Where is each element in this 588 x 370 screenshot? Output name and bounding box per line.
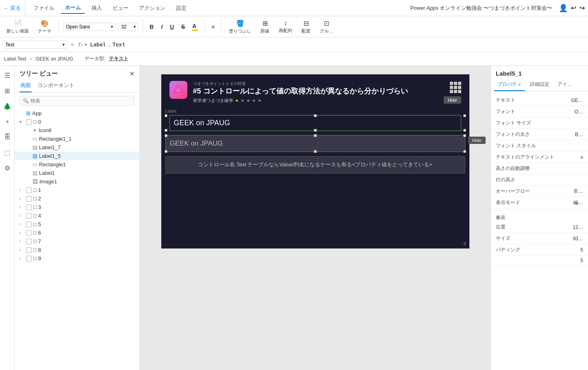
menu-action[interactable]: アクション	[135, 3, 169, 13]
prop-size-value[interactable]: 93…	[573, 236, 583, 242]
tree-item-label1-7[interactable]: ▤ Label1_7	[15, 143, 139, 152]
tree-item-screen-4[interactable]: › □ 4	[15, 211, 139, 220]
tree-item-screen-2[interactable]: › □ 2	[15, 194, 139, 203]
expand-icon-0[interactable]: ▾	[20, 120, 25, 124]
border-icon: ⊞	[263, 20, 268, 27]
checkbox-0[interactable]	[26, 119, 32, 125]
expand-icon-2[interactable]: ›	[20, 196, 25, 201]
checkbox-8[interactable]	[26, 247, 32, 253]
tree-item-rect1[interactable]: ▭ Rectangle1	[15, 160, 139, 169]
theme-button[interactable]: 🎨 テーマ	[35, 19, 54, 35]
hide-button-2[interactable]: Hide	[468, 137, 486, 144]
tree-close-button[interactable]: ✕	[129, 70, 135, 78]
tab-component[interactable]: コンポーネント	[37, 80, 75, 92]
prop-padding-1-value[interactable]: 5	[580, 247, 583, 253]
new-screen-button[interactable]: 📄 新しい画面	[3, 19, 32, 35]
expand-icon-6[interactable]: ›	[20, 231, 25, 235]
tree-item-screen-5[interactable]: › □ 5	[15, 220, 139, 229]
prop-overflow-value[interactable]: 非…	[573, 188, 583, 195]
tree-item-label1-5[interactable]: ▤ Label1_5	[15, 152, 139, 160]
expand-icon-9[interactable]: ›	[20, 256, 25, 261]
screen-5-label: 5	[38, 221, 136, 227]
plus-icon[interactable]: ＋	[1, 115, 13, 128]
menu-home[interactable]: ホーム	[61, 2, 85, 14]
tree-item-screen-6[interactable]: › □ 6	[15, 229, 139, 237]
tab-screen[interactable]: 画面	[20, 80, 32, 92]
fill-button[interactable]: 🪣 塗りつぶし	[226, 19, 254, 35]
expand-icon-1[interactable]: ›	[20, 188, 25, 192]
font-color-button[interactable]: A	[190, 21, 200, 33]
tree-item-icon6[interactable]: ✦ Icon6	[15, 126, 139, 135]
nav-back[interactable]: ← 戻る	[3, 4, 21, 12]
tab-advanced[interactable]: 詳細設定	[527, 79, 553, 91]
menu-file[interactable]: ファイル	[29, 3, 59, 13]
strikethrough-button[interactable]: S̶	[179, 22, 187, 32]
tree-item-screen-8[interactable]: › □ 8	[15, 246, 139, 254]
prop-font-weight-value[interactable]: B…	[575, 132, 583, 137]
border-button[interactable]: ⊞ 罫線	[257, 19, 273, 35]
tree-item-screen-9[interactable]: › □ 9	[15, 254, 139, 263]
group-button[interactable]: ⊡ グル…	[317, 19, 336, 35]
expand-icon-8[interactable]: ›	[20, 248, 25, 252]
menu-insert[interactable]: 挿入	[87, 3, 106, 13]
prop-position-value[interactable]: 12…	[573, 224, 583, 230]
back-arrow-icon[interactable]: ← 戻る	[3, 4, 21, 12]
user-icon[interactable]: 👤	[559, 4, 568, 13]
reorder-button[interactable]: ↕ 再配列	[276, 19, 295, 35]
slide-bottom-text: コントロール名.Text テーブルならValue/列名になるケースも有る<プロパ…	[165, 156, 465, 174]
hamburger-menu-icon[interactable]: ☰	[1, 69, 13, 81]
tab-properties[interactable]: プロパティ	[494, 79, 525, 91]
components-icon[interactable]: ⬚	[1, 146, 13, 159]
expand-icon-4[interactable]: ›	[20, 213, 25, 218]
settings-icon[interactable]: ⚙	[1, 162, 13, 174]
tree-item-screen-0[interactable]: ▾ □ 0	[15, 118, 139, 126]
tab-ai[interactable]: アイ…	[554, 79, 575, 91]
prop-padding-2-value[interactable]: 5	[580, 258, 583, 263]
prop-text-value[interactable]: GE…	[571, 98, 583, 103]
checkbox-2[interactable]	[26, 196, 32, 202]
italic-button[interactable]: I	[158, 22, 165, 32]
align2-button[interactable]: ⊟ 配置	[298, 19, 314, 35]
bold-button[interactable]: B	[147, 22, 156, 32]
fx-button[interactable]: f x ▾	[77, 41, 89, 48]
checkbox-6[interactable]	[26, 230, 32, 236]
checkbox-9[interactable]	[26, 256, 32, 261]
tree-item-app[interactable]: ⊞ App	[15, 109, 139, 118]
property-selector[interactable]: Text ▾	[2, 41, 67, 49]
screen-icon-3: □	[33, 204, 37, 210]
textinput-field[interactable]: GEEK on JPAUG	[165, 135, 465, 152]
expand-icon-3[interactable]: ›	[20, 205, 25, 209]
redo-icon[interactable]: ↪	[579, 4, 585, 12]
checkbox-4[interactable]	[26, 213, 32, 219]
font-size-selector[interactable]: 32 ▾	[118, 23, 139, 31]
checkbox-7[interactable]	[26, 239, 32, 244]
align-button[interactable]: ≡	[209, 22, 217, 32]
menu-view[interactable]: ビュー	[108, 3, 132, 13]
menu-settings[interactable]: 設定	[172, 3, 191, 13]
tree-view-icon[interactable]: 🌲	[1, 100, 13, 112]
database-icon[interactable]: 🗄	[1, 131, 13, 143]
checkbox-3[interactable]	[26, 205, 32, 210]
underline-button[interactable]: U	[167, 22, 176, 32]
expand-icon-7[interactable]: ›	[20, 239, 25, 244]
checkbox-1[interactable]	[26, 187, 32, 193]
font-selector[interactable]: Open Sans ▾	[63, 23, 116, 31]
tree-item-label1[interactable]: ▤ Label1	[15, 169, 139, 177]
hide-button-1[interactable]: Hide	[444, 96, 461, 104]
tree-item-screen-7[interactable]: › □ 7	[15, 237, 139, 246]
prop-text-align-value[interactable]: ≡	[580, 155, 583, 160]
prop-display-mode-value[interactable]: 編…	[573, 199, 583, 206]
prop-position: 位置 12…	[491, 222, 588, 233]
tree-item-rect1-1[interactable]: ▭ Rectangle1_1	[15, 135, 139, 143]
tree-search-input[interactable]	[20, 96, 135, 106]
checkbox-5[interactable]	[26, 222, 32, 227]
grid-menu-button[interactable]	[449, 81, 461, 93]
expand-icon-5[interactable]: ›	[20, 222, 25, 226]
undo-icon[interactable]: ↩	[571, 4, 576, 12]
prop-font-value[interactable]: O…	[575, 109, 583, 115]
tree-item-screen-3[interactable]: › □ 3	[15, 203, 139, 211]
canvas-area[interactable]: つまづきポイントとその対策 #5 コントロールによって値の取得方法が異なるから分…	[140, 66, 490, 370]
tree-item-screen-1[interactable]: › □ 1	[15, 186, 139, 194]
tree-item-image1[interactable]: 🖼 Image1	[15, 177, 139, 186]
layers-icon[interactable]: ⊞	[1, 85, 13, 97]
